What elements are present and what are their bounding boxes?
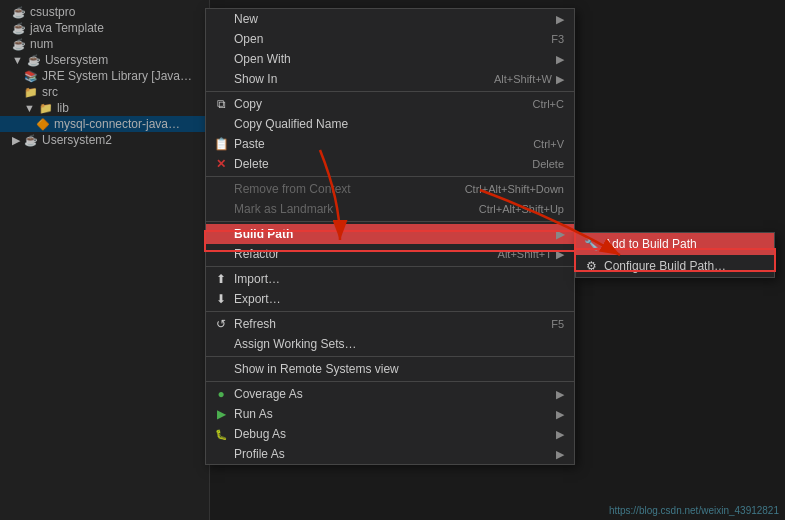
menu-item-coverage-as[interactable]: ● Coverage As ▶ [206, 384, 574, 404]
menu-item-assign-working-sets[interactable]: Assign Working Sets… [206, 334, 574, 354]
add-build-path-icon: 🔧 [582, 237, 600, 251]
menu-item-paste[interactable]: 📋 Paste Ctrl+V [206, 134, 574, 154]
run-icon: ▶ [212, 407, 230, 421]
submenu-item-configure-build-path[interactable]: ⚙ Configure Build Path… [576, 255, 774, 277]
separator [206, 91, 574, 92]
debug-icon: 🐛 [212, 429, 230, 440]
menu-item-refactor[interactable]: Refactor Alt+Shift+T ▶ [206, 244, 574, 264]
separator [206, 176, 574, 177]
delete-icon: ✕ [212, 157, 230, 171]
context-menu: New ▶ Open F3 Open With ▶ Show In Alt+Sh… [205, 8, 575, 465]
build-path-submenu: 🔧 Add to Build Path ⚙ Configure Build Pa… [575, 232, 775, 278]
submenu-item-add-to-build-path[interactable]: 🔧 Add to Build Path [576, 233, 774, 255]
menu-item-refresh[interactable]: ↺ Refresh F5 [206, 314, 574, 334]
menu-item-copy[interactable]: ⧉ Copy Ctrl+C [206, 94, 574, 114]
separator [206, 356, 574, 357]
menu-item-remove-context[interactable]: Remove from Context Ctrl+Alt+Shift+Down [206, 179, 574, 199]
separator [206, 381, 574, 382]
menu-item-show-in[interactable]: Show In Alt+Shift+W ▶ [206, 69, 574, 89]
configure-build-path-icon: ⚙ [582, 259, 600, 273]
menu-item-debug-as[interactable]: 🐛 Debug As ▶ [206, 424, 574, 444]
menu-item-build-path[interactable]: Build Path ▶ [206, 224, 574, 244]
paste-icon: 📋 [212, 137, 230, 151]
menu-item-import[interactable]: ⬆ Import… [206, 269, 574, 289]
menu-item-export[interactable]: ⬇ Export… [206, 289, 574, 309]
menu-item-delete[interactable]: ✕ Delete Delete [206, 154, 574, 174]
export-icon: ⬇ [212, 292, 230, 306]
menu-item-new[interactable]: New ▶ [206, 9, 574, 29]
copy-icon: ⧉ [212, 97, 230, 111]
separator [206, 311, 574, 312]
menu-item-mark-landmark[interactable]: Mark as Landmark Ctrl+Alt+Shift+Up [206, 199, 574, 219]
import-icon: ⬆ [212, 272, 230, 286]
separator [206, 221, 574, 222]
watermark: https://blog.csdn.net/weixin_43912821 [609, 505, 779, 516]
menu-item-profile-as[interactable]: Profile As ▶ [206, 444, 574, 464]
refresh-icon: ↺ [212, 317, 230, 331]
menu-item-run-as[interactable]: ▶ Run As ▶ [206, 404, 574, 424]
coverage-icon: ● [212, 387, 230, 401]
menu-item-open[interactable]: Open F3 [206, 29, 574, 49]
menu-item-copy-qualified[interactable]: Copy Qualified Name [206, 114, 574, 134]
menu-item-open-with[interactable]: Open With ▶ [206, 49, 574, 69]
menu-item-show-remote[interactable]: Show in Remote Systems view [206, 359, 574, 379]
separator [206, 266, 574, 267]
